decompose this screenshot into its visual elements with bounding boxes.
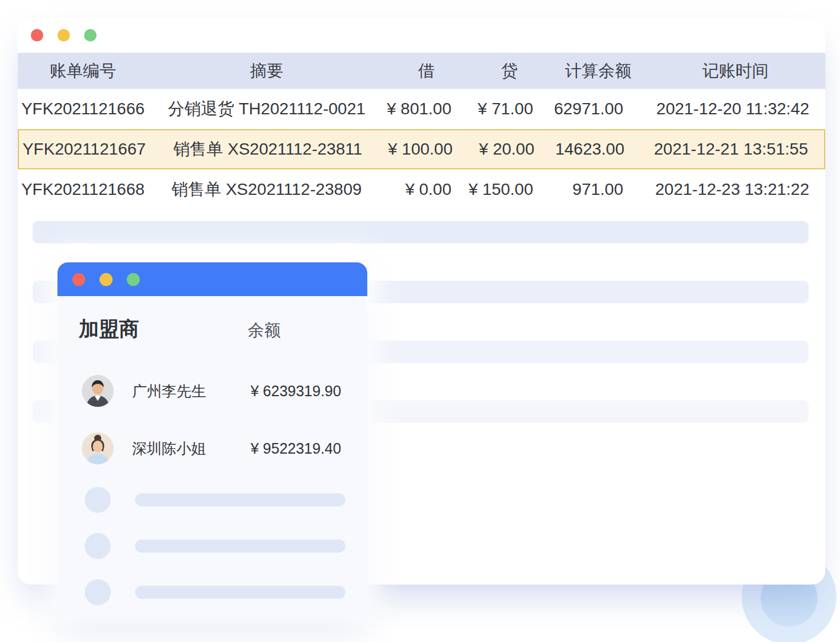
maximize-window-icon[interactable]	[84, 29, 97, 41]
cell-balance: 971.00	[551, 180, 646, 199]
bill-row[interactable]: YFK2021121666分销退货 TH2021112-0021¥ 801.00…	[18, 89, 825, 129]
cell-debit: ¥ 100.00	[386, 140, 469, 159]
card-close-icon[interactable]	[72, 273, 85, 286]
card-skeleton-row	[57, 533, 367, 559]
franchisee-balance: ¥ 6239319.90	[251, 383, 367, 400]
skeleton-avatar	[85, 533, 111, 559]
balance-column-label: 余额	[248, 319, 367, 342]
page-background: 账单编号摘要借贷计算余额记账时间 YFK2021121666分销退货 TH202…	[0, 0, 840, 642]
cell-credit: ¥ 20.00	[469, 140, 552, 159]
skeleton-bar	[33, 221, 809, 243]
card-skeleton-row	[57, 579, 367, 605]
franchisee-row[interactable]: 深圳陈小姐¥ 9522319.40	[57, 432, 367, 464]
cell-bill-no: YFK2021121666	[18, 99, 148, 118]
female-avatar	[82, 432, 132, 464]
franchisee-name: 深圳陈小姐	[132, 439, 251, 458]
cell-time: 2021-12-20 11:32:42	[646, 99, 825, 118]
column-header: 记账时间	[646, 60, 825, 82]
cell-bill-no: YFK2021121668	[18, 180, 148, 199]
window-titlebar	[18, 18, 825, 53]
cell-balance: 14623.00	[552, 140, 647, 159]
cell-time: 2021-12-23 13:21:22	[646, 180, 825, 199]
franchisee-list: 广州李先生¥ 6239319.90深圳陈小姐¥ 9522319.40	[57, 375, 367, 464]
cell-summary: 销售单 XS2021112-23809	[148, 178, 385, 201]
franchisee-name: 广州李先生	[132, 381, 251, 401]
column-header: 计算余额	[551, 60, 646, 82]
cell-time: 2021-12-21 13:51:55	[647, 140, 824, 159]
card-maximize-icon[interactable]	[127, 273, 140, 286]
skeleton-bar	[135, 493, 345, 506]
column-header: 摘要	[148, 60, 385, 82]
male-avatar	[82, 375, 132, 407]
cell-balance: 62971.00	[551, 99, 646, 118]
column-header: 账单编号	[18, 60, 148, 82]
skeleton-avatar	[85, 487, 111, 513]
bill-row[interactable]: YFK2021121668销售单 XS2021112-23809¥ 0.00¥ …	[18, 169, 825, 210]
franchisee-balance-card: 加盟商 余额 广州李先生¥ 6239319.90深圳陈小姐¥ 9522319.4…	[57, 262, 367, 616]
card-loading-placeholders	[57, 487, 367, 605]
card-minimize-icon[interactable]	[100, 273, 113, 286]
cell-debit: ¥ 0.00	[385, 180, 468, 199]
card-skeleton-row	[57, 487, 367, 513]
bill-table-body: YFK2021121666分销退货 TH2021112-0021¥ 801.00…	[18, 89, 825, 210]
franchisee-row[interactable]: 广州李先生¥ 6239319.90	[57, 375, 367, 407]
card-column-headers: 加盟商 余额	[57, 319, 367, 342]
bill-row-selected[interactable]: YFK2021121667销售单 XS2021112-23811¥ 100.00…	[18, 129, 825, 169]
franchisee-column-label: 加盟商	[79, 319, 248, 339]
skeleton-avatar	[85, 579, 111, 605]
skeleton-bar	[135, 586, 345, 599]
cell-credit: ¥ 150.00	[468, 180, 551, 199]
cell-bill-no: YFK2021121667	[19, 140, 149, 159]
cell-credit: ¥ 71.00	[468, 99, 551, 118]
franchisee-balance: ¥ 9522319.40	[251, 440, 367, 457]
column-header: 贷	[468, 60, 551, 82]
card-titlebar	[57, 262, 367, 296]
skeleton-bar	[135, 540, 345, 553]
cell-debit: ¥ 801.00	[385, 99, 468, 118]
column-header: 借	[385, 60, 468, 82]
cell-summary: 分销退货 TH2021112-0021	[148, 98, 385, 120]
bill-table-header: 账单编号摘要借贷计算余额记账时间	[18, 53, 825, 89]
cell-summary: 销售单 XS2021112-23811	[149, 138, 386, 160]
minimize-window-icon[interactable]	[57, 29, 70, 41]
close-window-icon[interactable]	[31, 29, 43, 41]
